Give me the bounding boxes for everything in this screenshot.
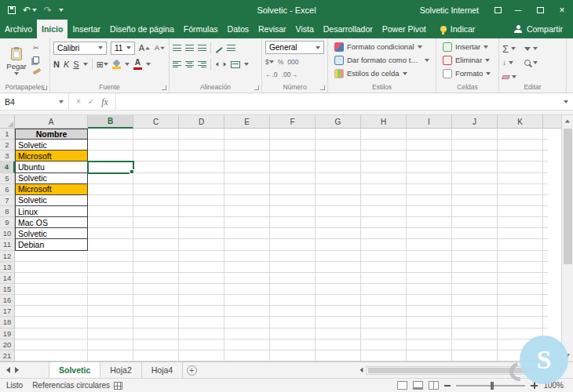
cell-I10[interactable] — [407, 228, 452, 239]
cell-C8[interactable] — [133, 206, 179, 217]
cell-C10[interactable] — [133, 228, 179, 239]
cell-C17[interactable] — [133, 306, 179, 317]
cell-E4[interactable] — [224, 162, 270, 172]
cell-I11[interactable] — [407, 239, 452, 250]
cell-E21[interactable] — [224, 350, 270, 361]
ribbon-tab-datos[interactable]: Datos — [223, 20, 254, 38]
fill-color-button[interactable] — [112, 60, 121, 69]
cell-E5[interactable] — [224, 173, 270, 184]
cell-G18[interactable] — [316, 317, 361, 328]
cell-H18[interactable] — [361, 317, 407, 328]
cell-D18[interactable] — [179, 317, 224, 328]
cell-B21[interactable] — [88, 350, 133, 361]
cell-J21[interactable] — [452, 350, 498, 361]
cell-C1[interactable] — [133, 129, 179, 140]
row-header-2[interactable]: 2 — [0, 140, 15, 151]
cell-B19[interactable] — [88, 328, 133, 339]
align-top-button[interactable] — [173, 45, 181, 51]
cell-K6[interactable] — [498, 184, 543, 195]
row-header-3[interactable]: 3 — [0, 151, 15, 162]
cell-B11[interactable] — [88, 239, 133, 250]
cells-group-list-item-2[interactable]: Eliminar — [440, 53, 495, 67]
cell-A3[interactable]: Microsoft — [15, 151, 88, 162]
cell-D10[interactable] — [179, 228, 224, 239]
row-header-7[interactable]: 7 — [0, 195, 15, 206]
vertical-scrollbar[interactable] — [561, 115, 573, 361]
increase-indent-button[interactable] — [224, 62, 227, 67]
prev-sheet-button[interactable] — [6, 367, 10, 373]
cell-D7[interactable] — [179, 195, 224, 206]
cell-I16[interactable] — [407, 295, 452, 306]
select-all-corner[interactable] — [0, 115, 15, 129]
ribbon-display-options-button[interactable] — [488, 0, 507, 20]
undo-button[interactable]: ↶ — [23, 5, 37, 15]
row-header-10[interactable]: 10 — [0, 228, 15, 239]
cell-G16[interactable] — [316, 295, 361, 306]
cell-D9[interactable] — [179, 217, 224, 228]
row-header-8[interactable]: 8 — [0, 206, 15, 217]
cell-H3[interactable] — [361, 151, 407, 162]
cell-F14[interactable] — [270, 273, 316, 284]
cell-K2[interactable] — [498, 140, 543, 151]
cell-A19[interactable] — [15, 328, 88, 339]
cell-C20[interactable] — [133, 339, 179, 350]
column-header-G[interactable]: G — [316, 115, 361, 129]
ribbon-tab-vista[interactable]: Vista — [291, 20, 319, 38]
cell-F17[interactable] — [270, 306, 316, 317]
cell-K1[interactable] — [498, 129, 543, 140]
cell-D1[interactable] — [179, 129, 224, 140]
row-header-21[interactable]: 21 — [0, 350, 15, 361]
cell-D3[interactable] — [179, 151, 224, 162]
cell-A16[interactable] — [15, 295, 88, 306]
row-header-5[interactable]: 5 — [0, 173, 15, 184]
cell-K7[interactable] — [498, 195, 543, 206]
align-center-button[interactable] — [185, 61, 194, 67]
insert-function-button[interactable]: fx — [101, 97, 108, 107]
cell-F1[interactable] — [270, 129, 316, 140]
cell-A10[interactable]: Solvetic — [15, 228, 88, 239]
column-header-F[interactable]: F — [270, 115, 316, 129]
cell-G3[interactable] — [316, 151, 361, 162]
ribbon-tab-archivo[interactable]: Archivo — [0, 20, 37, 38]
cell-G13[interactable] — [316, 262, 361, 273]
cell-I14[interactable] — [407, 273, 452, 284]
cell-D15[interactable] — [179, 284, 224, 295]
cell-G19[interactable] — [316, 328, 361, 339]
formula-input[interactable] — [116, 93, 559, 110]
cell-B5[interactable] — [88, 173, 133, 184]
cell-E12[interactable] — [224, 251, 270, 262]
cell-K9[interactable] — [498, 217, 543, 228]
styles-group-list-item-1[interactable]: Formato condicional — [331, 40, 432, 53]
number-dialog-launcher[interactable] — [320, 85, 325, 90]
cell-E20[interactable] — [224, 339, 270, 350]
cell-A7[interactable]: Solvetic — [15, 195, 88, 206]
cell-J12[interactable] — [452, 251, 498, 262]
clipboard-dialog-launcher[interactable] — [42, 85, 47, 90]
cell-I17[interactable] — [407, 306, 452, 317]
cell-F15[interactable] — [270, 284, 316, 295]
cell-D17[interactable] — [179, 306, 224, 317]
cell-B14[interactable] — [88, 273, 133, 284]
zoom-slider[interactable] — [456, 385, 525, 387]
cell-F20[interactable] — [270, 339, 316, 350]
cell-K18[interactable] — [498, 317, 543, 328]
cell-C16[interactable] — [133, 295, 179, 306]
format-painter-button[interactable] — [33, 67, 41, 76]
cell-K11[interactable] — [498, 239, 543, 250]
cell-J1[interactable] — [452, 129, 498, 140]
cell-K5[interactable] — [498, 173, 543, 184]
cell-A2[interactable]: Solvetic — [15, 140, 88, 151]
cell-B7[interactable] — [88, 195, 133, 206]
circular-references-indicator[interactable]: Referencias circulares — [32, 381, 122, 390]
row-header-6[interactable]: 6 — [0, 184, 15, 195]
cell-B3[interactable] — [88, 151, 133, 162]
cell-H1[interactable] — [361, 129, 407, 140]
cell-J2[interactable] — [452, 140, 498, 151]
cell-B9[interactable] — [88, 217, 133, 228]
cell-H15[interactable] — [361, 284, 407, 295]
cell-G14[interactable] — [316, 273, 361, 284]
font-color-button[interactable]: A — [133, 59, 142, 70]
cell-E17[interactable] — [224, 306, 270, 317]
cell-C11[interactable] — [133, 239, 179, 250]
cell-B16[interactable] — [88, 295, 133, 306]
